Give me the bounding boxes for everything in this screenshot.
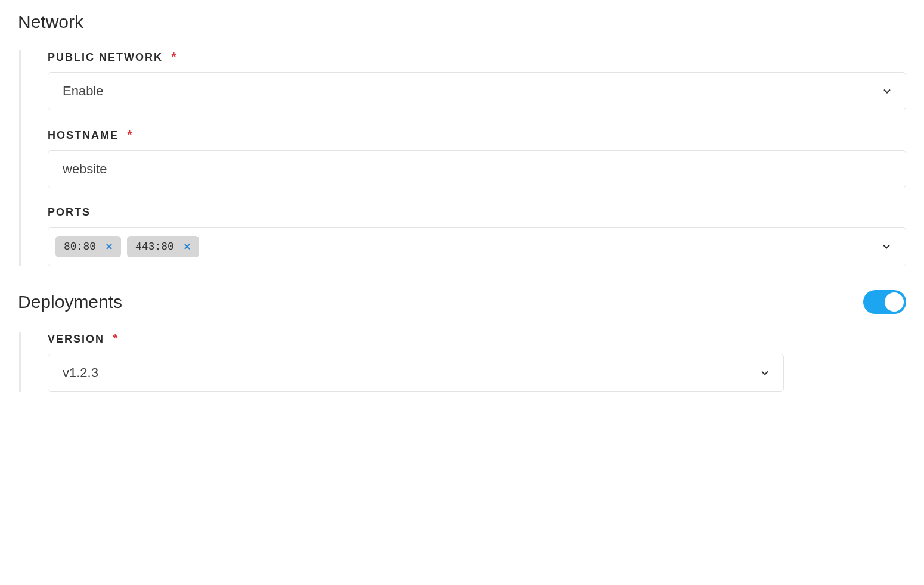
port-tag-label: 443:80 bbox=[135, 241, 174, 253]
port-tag: 80:80 bbox=[55, 236, 121, 257]
deployments-toggle[interactable] bbox=[863, 290, 906, 314]
version-select-wrap bbox=[48, 354, 784, 392]
close-icon[interactable] bbox=[181, 241, 193, 253]
network-section: Network PUBLIC NETWORK * HOSTNAME * bbox=[18, 12, 906, 266]
deployments-header: Deployments bbox=[18, 290, 906, 314]
ports-field: PORTS 80:80 443:80 bbox=[48, 206, 906, 266]
public-network-field: PUBLIC NETWORK * bbox=[48, 50, 906, 110]
ports-label: PORTS bbox=[48, 206, 91, 219]
version-label: VERSION bbox=[48, 333, 104, 346]
public-network-label-row: PUBLIC NETWORK * bbox=[48, 50, 906, 72]
network-body: PUBLIC NETWORK * HOSTNAME * PORTS bbox=[19, 50, 906, 266]
chevron-down-icon bbox=[879, 239, 894, 254]
hostname-field: HOSTNAME * bbox=[48, 128, 906, 188]
hostname-input[interactable] bbox=[48, 150, 906, 188]
deployments-title: Deployments bbox=[18, 292, 122, 312]
hostname-label: HOSTNAME bbox=[48, 129, 119, 142]
version-field: VERSION * bbox=[48, 332, 906, 392]
close-icon[interactable] bbox=[103, 241, 115, 253]
ports-multiselect[interactable]: 80:80 443:80 bbox=[48, 227, 906, 266]
deployments-body: VERSION * bbox=[19, 332, 906, 392]
port-tag-label: 80:80 bbox=[64, 241, 96, 253]
required-indicator: * bbox=[171, 50, 176, 63]
hostname-label-row: HOSTNAME * bbox=[48, 128, 906, 150]
port-tag: 443:80 bbox=[127, 236, 199, 257]
public-network-label: PUBLIC NETWORK bbox=[48, 51, 163, 64]
ports-label-row: PORTS bbox=[48, 206, 906, 227]
public-network-select[interactable] bbox=[48, 72, 906, 110]
public-network-select-wrap bbox=[48, 72, 906, 110]
version-label-row: VERSION * bbox=[48, 332, 906, 354]
deployments-section: Deployments VERSION * bbox=[18, 290, 906, 392]
version-select[interactable] bbox=[48, 354, 784, 392]
required-indicator: * bbox=[127, 128, 132, 141]
required-indicator: * bbox=[113, 332, 117, 345]
network-header: Network bbox=[18, 12, 906, 32]
network-title: Network bbox=[18, 12, 83, 32]
toggle-knob bbox=[885, 292, 904, 312]
